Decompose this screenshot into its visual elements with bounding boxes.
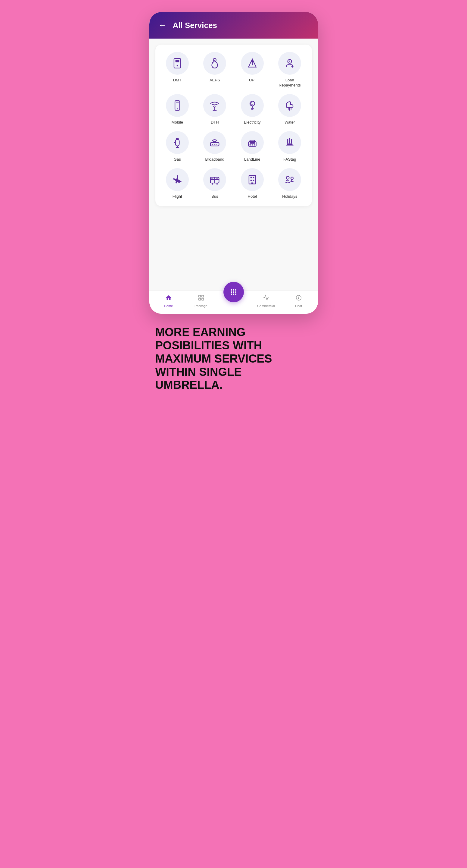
landline-icon-circle [241, 131, 264, 154]
svg-point-63 [286, 176, 289, 179]
svg-point-35 [215, 144, 216, 145]
service-item-holidays[interactable]: Holidays [272, 168, 307, 199]
nav-item-home[interactable]: Home [152, 294, 185, 308]
service-item-hotel[interactable]: Hotel [235, 168, 270, 199]
svg-point-2 [176, 65, 178, 67]
svg-point-78 [231, 293, 232, 295]
service-item-electricity[interactable]: Electricity [235, 94, 270, 125]
app-header: ← All Services [149, 12, 318, 38]
grid-icon [229, 288, 238, 296]
svg-rect-40 [252, 144, 253, 145]
commercial-icon [263, 294, 269, 303]
chat-icon [295, 294, 302, 303]
broadband-label: Broadband [205, 157, 224, 162]
electricity-icon [246, 100, 258, 111]
service-item-gas[interactable]: Gas [160, 131, 195, 162]
package-nav-label: Package [195, 304, 207, 308]
aeps-icon-circle [203, 52, 226, 75]
landline-icon [246, 137, 258, 148]
bus-icon-circle [203, 168, 226, 191]
bottom-nav: Home Package [149, 290, 318, 314]
home-nav-label: Home [164, 304, 173, 308]
svg-rect-70 [198, 299, 200, 300]
dmt-icon-circle [166, 52, 189, 75]
svg-point-11 [177, 108, 178, 109]
dth-label: DTH [211, 120, 219, 125]
services-card: DMT AEPS [155, 44, 312, 206]
service-item-water[interactable]: Water [272, 94, 307, 125]
service-item-broadband[interactable]: Broadband [198, 131, 232, 162]
nav-item-commercial[interactable]: Commercial [250, 294, 282, 308]
svg-rect-26 [175, 139, 179, 146]
svg-point-23 [288, 110, 289, 110]
dmt-label: DMT [173, 78, 181, 83]
service-item-mobile[interactable]: Mobile [160, 94, 195, 125]
service-item-fastag[interactable]: FAStag [272, 131, 307, 162]
flight-label: Flight [172, 194, 182, 199]
electricity-label: Electricity [244, 120, 261, 125]
svg-point-65 [291, 177, 293, 179]
svg-rect-71 [201, 299, 203, 300]
service-item-bus[interactable]: Bus [198, 168, 232, 199]
svg-rect-1 [175, 60, 179, 62]
service-item-aeps[interactable]: AEPS [198, 52, 232, 88]
svg-point-34 [214, 144, 215, 145]
service-item-flight[interactable]: Flight [160, 168, 195, 199]
svg-point-76 [233, 291, 234, 293]
loan-label: LoanRepayments [279, 78, 301, 88]
bus-label: Bus [211, 194, 218, 199]
nav-center-button[interactable] [224, 282, 244, 302]
broadband-icon-circle [203, 131, 226, 154]
loan-icon: ₹ [284, 58, 295, 69]
svg-point-25 [291, 109, 292, 110]
water-icon [284, 100, 295, 111]
gas-icon [172, 137, 183, 148]
tagline-text: MORE EARNING POSIBILITIES WITH MAXIMUM S… [155, 326, 312, 392]
chat-nav-label: Chat [295, 304, 302, 308]
aeps-label: AEPS [209, 78, 220, 83]
svg-text:₹: ₹ [289, 60, 290, 63]
upi-icon-circle [241, 52, 264, 75]
holidays-icon [284, 174, 295, 185]
svg-point-74 [235, 289, 236, 291]
svg-rect-45 [287, 144, 293, 145]
service-item-dth[interactable]: DTH [198, 94, 232, 125]
svg-point-80 [235, 293, 236, 295]
svg-point-31 [174, 142, 175, 143]
nav-item-chat[interactable]: Chat [282, 294, 315, 308]
upi-icon [246, 58, 258, 69]
phone-frame: ← All Services DMT [149, 12, 318, 314]
service-item-dmt[interactable]: DMT [160, 52, 195, 88]
svg-point-33 [212, 144, 213, 145]
back-button[interactable]: ← [158, 21, 167, 30]
service-item-landline[interactable]: LandLine [235, 131, 270, 162]
mobile-icon [172, 100, 183, 111]
svg-point-73 [233, 289, 234, 291]
svg-rect-55 [216, 178, 218, 179]
services-container: DMT AEPS [149, 38, 318, 212]
svg-rect-57 [250, 177, 252, 178]
broadband-icon [209, 137, 221, 148]
bus-icon [209, 174, 221, 185]
flight-icon [172, 174, 183, 185]
dmt-icon [172, 58, 183, 69]
fastag-icon-circle [278, 131, 301, 154]
svg-rect-54 [211, 178, 213, 179]
svg-rect-41 [254, 144, 255, 145]
flight-icon-circle [166, 168, 189, 191]
gas-icon-circle [166, 131, 189, 154]
commercial-nav-label: Commercial [257, 304, 275, 308]
service-item-upi[interactable]: UPI [235, 52, 270, 88]
fastag-label: FAStag [283, 157, 296, 162]
svg-rect-60 [253, 180, 254, 181]
svg-point-79 [233, 293, 234, 295]
svg-rect-39 [249, 144, 251, 145]
svg-point-24 [289, 110, 290, 111]
page-title: All Services [173, 21, 217, 30]
nav-item-package[interactable]: Package [185, 294, 218, 308]
service-item-loan-repayments[interactable]: ₹ LoanRepayments [272, 52, 307, 88]
hotel-icon [246, 174, 258, 185]
services-grid: DMT AEPS [160, 52, 307, 199]
fastag-icon [284, 137, 295, 148]
tagline-section: MORE EARNING POSIBILITIES WITH MAXIMUM S… [149, 326, 318, 392]
